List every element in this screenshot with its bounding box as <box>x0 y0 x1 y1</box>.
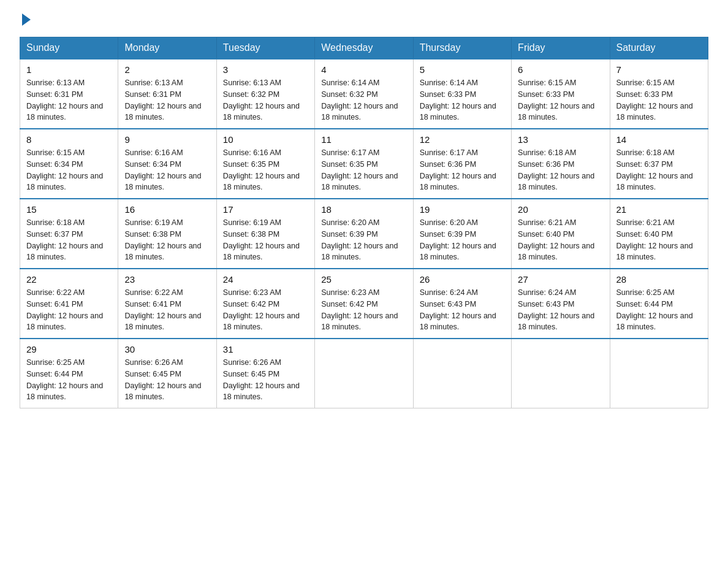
day-info: Sunrise: 6:20 AMSunset: 6:39 PMDaylight:… <box>420 218 496 261</box>
day-number: 30 <box>124 344 210 354</box>
day-number: 4 <box>321 64 406 75</box>
calendar-day-cell <box>610 339 708 408</box>
day-info: Sunrise: 6:26 AMSunset: 6:45 PMDaylight:… <box>223 358 300 401</box>
day-info: Sunrise: 6:14 AMSunset: 6:32 PMDaylight:… <box>321 79 398 121</box>
day-number: 2 <box>124 64 210 75</box>
day-number: 20 <box>518 204 603 215</box>
calendar-week-row: 22 Sunrise: 6:22 AMSunset: 6:41 PMDaylig… <box>20 269 708 339</box>
day-info: Sunrise: 6:23 AMSunset: 6:42 PMDaylight:… <box>321 288 398 331</box>
day-info: Sunrise: 6:18 AMSunset: 6:37 PMDaylight:… <box>26 218 103 261</box>
day-info: Sunrise: 6:14 AMSunset: 6:33 PMDaylight:… <box>420 79 496 121</box>
day-number: 28 <box>616 274 702 285</box>
day-info: Sunrise: 6:13 AMSunset: 6:31 PMDaylight:… <box>26 79 103 121</box>
day-info: Sunrise: 6:13 AMSunset: 6:32 PMDaylight:… <box>223 79 300 121</box>
day-number: 23 <box>124 274 210 285</box>
logo-arrow-icon <box>22 13 31 26</box>
day-info: Sunrise: 6:13 AMSunset: 6:31 PMDaylight:… <box>124 79 201 121</box>
day-info: Sunrise: 6:15 AMSunset: 6:33 PMDaylight:… <box>518 79 594 121</box>
day-info: Sunrise: 6:18 AMSunset: 6:37 PMDaylight:… <box>616 148 693 191</box>
calendar-day-cell: 25 Sunrise: 6:23 AMSunset: 6:42 PMDaylig… <box>315 269 413 339</box>
calendar-day-cell: 2 Sunrise: 6:13 AMSunset: 6:31 PMDayligh… <box>118 59 216 129</box>
day-number: 29 <box>26 344 112 354</box>
calendar-day-cell: 31 Sunrise: 6:26 AMSunset: 6:45 PMDaylig… <box>216 339 314 408</box>
day-info: Sunrise: 6:17 AMSunset: 6:35 PMDaylight:… <box>321 148 398 191</box>
calendar-day-cell: 26 Sunrise: 6:24 AMSunset: 6:43 PMDaylig… <box>413 269 511 339</box>
day-info: Sunrise: 6:15 AMSunset: 6:34 PMDaylight:… <box>26 148 103 191</box>
calendar-day-cell <box>315 339 413 408</box>
day-info: Sunrise: 6:24 AMSunset: 6:43 PMDaylight:… <box>420 288 496 331</box>
calendar-day-cell: 21 Sunrise: 6:21 AMSunset: 6:40 PMDaylig… <box>610 199 708 269</box>
calendar-day-cell: 28 Sunrise: 6:25 AMSunset: 6:44 PMDaylig… <box>610 269 708 339</box>
day-number: 27 <box>518 274 603 285</box>
calendar-day-cell: 16 Sunrise: 6:19 AMSunset: 6:38 PMDaylig… <box>118 199 216 269</box>
calendar-day-cell: 27 Sunrise: 6:24 AMSunset: 6:43 PMDaylig… <box>512 269 610 339</box>
day-of-week-header: Sunday <box>20 37 118 59</box>
calendar-day-cell: 24 Sunrise: 6:23 AMSunset: 6:42 PMDaylig… <box>216 269 314 339</box>
calendar-day-cell: 8 Sunrise: 6:15 AMSunset: 6:34 PMDayligh… <box>20 129 118 199</box>
day-info: Sunrise: 6:15 AMSunset: 6:33 PMDaylight:… <box>616 79 693 121</box>
day-number: 11 <box>321 134 406 145</box>
day-info: Sunrise: 6:26 AMSunset: 6:45 PMDaylight:… <box>124 358 201 401</box>
day-number: 5 <box>420 64 505 75</box>
day-number: 8 <box>26 134 112 145</box>
day-number: 1 <box>26 64 112 75</box>
day-number: 18 <box>321 204 406 215</box>
day-number: 17 <box>223 204 308 215</box>
calendar-day-cell: 17 Sunrise: 6:19 AMSunset: 6:38 PMDaylig… <box>216 199 314 269</box>
day-info: Sunrise: 6:16 AMSunset: 6:34 PMDaylight:… <box>124 148 201 191</box>
calendar-week-row: 29 Sunrise: 6:25 AMSunset: 6:44 PMDaylig… <box>20 339 708 408</box>
calendar-day-cell: 13 Sunrise: 6:18 AMSunset: 6:36 PMDaylig… <box>512 129 610 199</box>
day-info: Sunrise: 6:21 AMSunset: 6:40 PMDaylight:… <box>518 218 594 261</box>
day-info: Sunrise: 6:19 AMSunset: 6:38 PMDaylight:… <box>223 218 300 261</box>
calendar-day-cell: 10 Sunrise: 6:16 AMSunset: 6:35 PMDaylig… <box>216 129 314 199</box>
day-info: Sunrise: 6:22 AMSunset: 6:41 PMDaylight:… <box>26 288 103 331</box>
calendar-day-cell: 12 Sunrise: 6:17 AMSunset: 6:36 PMDaylig… <box>413 129 511 199</box>
day-number: 19 <box>420 204 505 215</box>
day-of-week-header: Thursday <box>413 37 511 59</box>
day-info: Sunrise: 6:22 AMSunset: 6:41 PMDaylight:… <box>124 288 201 331</box>
day-of-week-header: Monday <box>118 37 216 59</box>
day-info: Sunrise: 6:18 AMSunset: 6:36 PMDaylight:… <box>518 148 594 191</box>
calendar-week-row: 8 Sunrise: 6:15 AMSunset: 6:34 PMDayligh… <box>20 129 708 199</box>
day-info: Sunrise: 6:16 AMSunset: 6:35 PMDaylight:… <box>223 148 300 191</box>
day-number: 26 <box>420 274 505 285</box>
day-number: 14 <box>616 134 702 145</box>
page-header <box>20 15 708 25</box>
day-info: Sunrise: 6:24 AMSunset: 6:43 PMDaylight:… <box>518 288 594 331</box>
calendar-day-cell: 18 Sunrise: 6:20 AMSunset: 6:39 PMDaylig… <box>315 199 413 269</box>
calendar-day-cell: 14 Sunrise: 6:18 AMSunset: 6:37 PMDaylig… <box>610 129 708 199</box>
day-number: 24 <box>223 274 308 285</box>
day-number: 22 <box>26 274 112 285</box>
calendar-day-cell: 3 Sunrise: 6:13 AMSunset: 6:32 PMDayligh… <box>216 59 314 129</box>
day-number: 25 <box>321 274 406 285</box>
day-of-week-header: Tuesday <box>216 37 314 59</box>
day-info: Sunrise: 6:21 AMSunset: 6:40 PMDaylight:… <box>616 218 693 261</box>
day-info: Sunrise: 6:25 AMSunset: 6:44 PMDaylight:… <box>616 288 693 331</box>
calendar-day-cell: 29 Sunrise: 6:25 AMSunset: 6:44 PMDaylig… <box>20 339 118 408</box>
day-info: Sunrise: 6:25 AMSunset: 6:44 PMDaylight:… <box>26 358 103 401</box>
calendar-day-cell: 5 Sunrise: 6:14 AMSunset: 6:33 PMDayligh… <box>413 59 511 129</box>
day-number: 7 <box>616 64 702 75</box>
calendar-table: SundayMondayTuesdayWednesdayThursdayFrid… <box>20 37 708 408</box>
calendar-week-row: 1 Sunrise: 6:13 AMSunset: 6:31 PMDayligh… <box>20 59 708 129</box>
day-of-week-header: Saturday <box>610 37 708 59</box>
day-number: 10 <box>223 134 308 145</box>
day-number: 31 <box>223 344 308 354</box>
day-number: 12 <box>420 134 505 145</box>
calendar-day-cell: 11 Sunrise: 6:17 AMSunset: 6:35 PMDaylig… <box>315 129 413 199</box>
calendar-day-cell: 20 Sunrise: 6:21 AMSunset: 6:40 PMDaylig… <box>512 199 610 269</box>
calendar-day-cell: 22 Sunrise: 6:22 AMSunset: 6:41 PMDaylig… <box>20 269 118 339</box>
calendar-day-cell: 7 Sunrise: 6:15 AMSunset: 6:33 PMDayligh… <box>610 59 708 129</box>
day-number: 16 <box>124 204 210 215</box>
calendar-day-cell: 23 Sunrise: 6:22 AMSunset: 6:41 PMDaylig… <box>118 269 216 339</box>
day-number: 3 <box>223 64 308 75</box>
calendar-day-cell <box>512 339 610 408</box>
calendar-day-cell: 4 Sunrise: 6:14 AMSunset: 6:32 PMDayligh… <box>315 59 413 129</box>
day-number: 9 <box>124 134 210 145</box>
day-of-week-header: Wednesday <box>315 37 413 59</box>
calendar-day-cell: 9 Sunrise: 6:16 AMSunset: 6:34 PMDayligh… <box>118 129 216 199</box>
calendar-day-cell: 19 Sunrise: 6:20 AMSunset: 6:39 PMDaylig… <box>413 199 511 269</box>
day-number: 15 <box>26 204 112 215</box>
day-number: 13 <box>518 134 603 145</box>
day-info: Sunrise: 6:17 AMSunset: 6:36 PMDaylight:… <box>420 148 496 191</box>
